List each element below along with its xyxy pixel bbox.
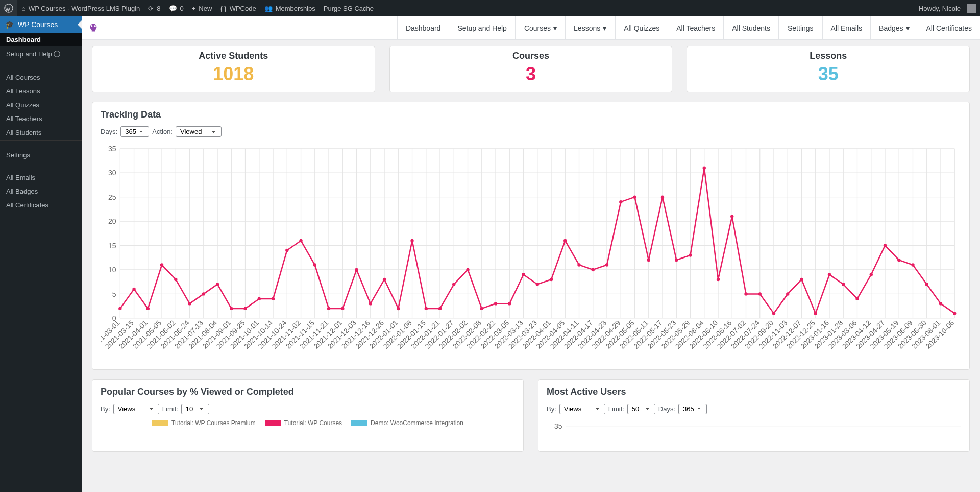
site-link[interactable]: ⌂WP Courses - WordPress LMS Plugin xyxy=(17,0,144,16)
account-link[interactable]: Howdy, Nicole xyxy=(915,0,980,16)
wpcode-link[interactable]: { }WPCode xyxy=(216,0,260,16)
new-label: New xyxy=(199,5,212,12)
nav-badges[interactable]: Badges▾ xyxy=(870,16,917,39)
swatch-cyan xyxy=(351,420,368,426)
svg-point-169 xyxy=(480,307,483,310)
nav-label: Badges xyxy=(879,24,903,32)
svg-rect-4 xyxy=(92,28,95,32)
legend-item: Tutorial: WP Courses xyxy=(265,419,342,427)
svg-point-167 xyxy=(452,283,455,286)
sidebar-item-dashboard[interactable]: Dashboard xyxy=(0,33,82,46)
nav-quizzes[interactable]: All Quizzes xyxy=(615,16,668,39)
svg-point-190 xyxy=(772,312,775,315)
sidebar-item-teachers[interactable]: All Teachers xyxy=(0,112,82,126)
popular-pie xyxy=(101,431,515,441)
purge-link[interactable]: Purge SG Cache xyxy=(320,0,378,16)
sidebar-item-settings[interactable]: Settings xyxy=(0,148,82,162)
sidebar-item-quizzes[interactable]: All Quizzes xyxy=(0,98,82,112)
tracking-controls: Days: 365 Action: Viewed xyxy=(101,126,961,137)
svg-text:25: 25 xyxy=(108,193,116,201)
sidebar-item-badges[interactable]: All Badges xyxy=(0,184,82,198)
svg-point-200 xyxy=(911,263,914,266)
svg-point-192 xyxy=(800,278,803,281)
sidebar-item-setup[interactable]: Setup and Help ⓘ xyxy=(0,46,82,62)
sidebar-item-lessons[interactable]: All Lessons xyxy=(0,84,82,98)
nav-settings[interactable]: Settings xyxy=(779,16,822,39)
limit-select[interactable]: 10 xyxy=(181,404,209,414)
nav-certificates[interactable]: All Certificates xyxy=(918,16,980,39)
svg-point-196 xyxy=(855,297,859,300)
nav-students[interactable]: All Students xyxy=(723,16,779,39)
svg-point-201 xyxy=(925,283,928,286)
svg-text:30: 30 xyxy=(108,169,116,177)
sidebar-top-wp-courses[interactable]: 🎓 WP Courses xyxy=(0,16,82,33)
active-users-chart: 05101520253035 xyxy=(547,419,961,439)
days-select[interactable]: 365 xyxy=(678,404,707,414)
group-icon: 👥 xyxy=(264,5,273,12)
plugin-logo[interactable] xyxy=(82,16,105,39)
sidebar-item-certificates[interactable]: All Certificates xyxy=(0,198,82,212)
nav-courses[interactable]: Courses▾ xyxy=(516,16,565,39)
info-icon: ⓘ xyxy=(54,50,60,58)
days-label: Days: xyxy=(101,128,117,135)
caret-down-icon: ▾ xyxy=(603,24,606,32)
popular-controls: By: Views Limit: 10 xyxy=(101,404,515,414)
svg-point-198 xyxy=(884,244,887,247)
caret-down-icon: ▾ xyxy=(553,24,557,32)
nav-emails[interactable]: All Emails xyxy=(822,16,870,39)
days-select[interactable]: 365 xyxy=(120,126,149,137)
svg-point-175 xyxy=(564,239,567,242)
svg-point-179 xyxy=(619,200,622,203)
nav-dashboard[interactable]: Dashboard xyxy=(397,16,449,39)
card-lessons: Lessons 35 xyxy=(687,46,970,92)
by-label: By: xyxy=(101,405,110,413)
sidebar-sep xyxy=(0,163,82,170)
wp-logo[interactable] xyxy=(0,0,17,16)
updates-link[interactable]: ⟳8 xyxy=(144,0,164,16)
panel-title: Tracking Data xyxy=(101,109,961,120)
comments-count: 0 xyxy=(180,5,184,12)
memberships-label: Memberships xyxy=(276,5,315,12)
comments-link[interactable]: 💬0 xyxy=(165,0,188,16)
new-link[interactable]: +New xyxy=(188,0,216,16)
svg-point-155 xyxy=(285,249,288,252)
by-select[interactable]: Views xyxy=(113,404,159,414)
graduation-icon: 🎓 xyxy=(5,20,14,29)
card-value: 1018 xyxy=(92,63,375,85)
days-label: Days: xyxy=(658,405,675,413)
sidebar-top-label: WP Courses xyxy=(18,20,58,29)
action-select[interactable]: Viewed xyxy=(176,126,222,137)
svg-point-166 xyxy=(438,307,442,310)
sidebar-item-students[interactable]: All Students xyxy=(0,126,82,139)
tracking-chart: 051015202530352021-03-012021-03-152021-0… xyxy=(101,142,961,359)
svg-point-152 xyxy=(243,307,247,310)
memberships-link[interactable]: 👥Memberships xyxy=(260,0,320,16)
nav-lessons[interactable]: Lessons▾ xyxy=(565,16,615,39)
svg-point-165 xyxy=(425,307,428,310)
svg-point-171 xyxy=(508,302,511,305)
limit-select[interactable]: 50 xyxy=(627,404,655,414)
svg-point-203 xyxy=(953,312,956,315)
svg-text:35: 35 xyxy=(108,145,116,153)
popular-legend: Tutorial: WP Courses Premium Tutorial: W… xyxy=(101,419,515,427)
svg-point-151 xyxy=(230,307,233,310)
svg-point-3 xyxy=(94,25,96,27)
svg-point-143 xyxy=(118,307,121,310)
nav-teachers[interactable]: All Teachers xyxy=(668,16,723,39)
sidebar-item-emails[interactable]: All Emails xyxy=(0,171,82,184)
purge-label: Purge SG Cache xyxy=(324,5,374,12)
svg-point-180 xyxy=(633,195,636,198)
sidebar-item-label: Setup and Help xyxy=(6,50,52,58)
svg-text:15: 15 xyxy=(108,242,116,250)
svg-text:5: 5 xyxy=(112,290,116,298)
card-value: 35 xyxy=(687,63,969,85)
svg-point-199 xyxy=(897,259,900,262)
svg-point-154 xyxy=(272,297,275,300)
top-nav: Dashboard Setup and Help Courses▾ Lesson… xyxy=(82,16,980,40)
by-select[interactable]: Views xyxy=(559,404,605,414)
sidebar-item-courses[interactable]: All Courses xyxy=(0,71,82,84)
nav-setup[interactable]: Setup and Help xyxy=(449,16,516,39)
home-icon: ⌂ xyxy=(21,5,26,12)
admin-bar: ⌂WP Courses - WordPress LMS Plugin ⟳8 💬0… xyxy=(0,0,980,16)
nav-label: Courses xyxy=(524,24,551,32)
